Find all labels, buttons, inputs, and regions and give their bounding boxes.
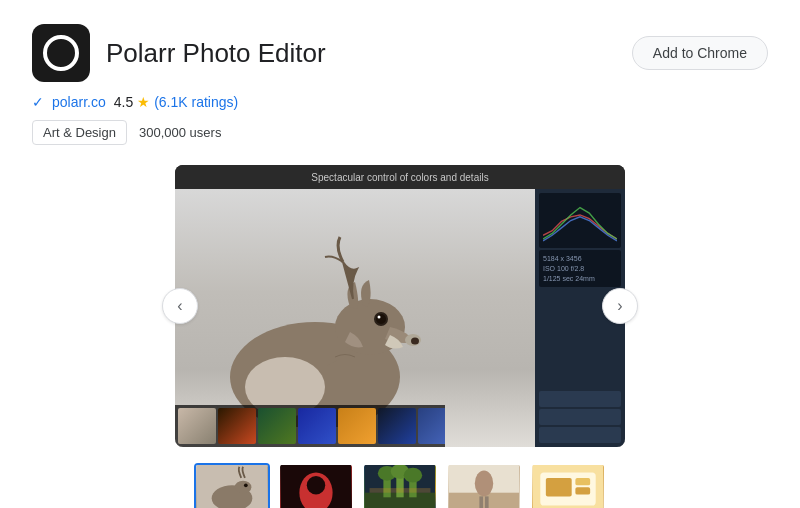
thumbnail-2[interactable] xyxy=(278,463,354,508)
svg-rect-28 xyxy=(485,496,489,508)
svg-point-3 xyxy=(411,338,419,345)
svg-point-5 xyxy=(376,314,386,324)
panel-info: 5184 x 3456 ISO 100 f/2.8 1/125 sec 24mm xyxy=(539,250,621,287)
deer-image xyxy=(195,227,475,427)
svg-point-26 xyxy=(475,471,493,497)
filmstrip-item[interactable] xyxy=(378,408,416,444)
tags-row: Art & Design 300,000 users xyxy=(32,120,768,145)
filmstrip-item[interactable] xyxy=(338,408,376,444)
thumbnail-1[interactable] xyxy=(194,463,270,508)
thumbnail-4[interactable] xyxy=(446,463,522,508)
svg-rect-31 xyxy=(546,478,572,496)
app-icon xyxy=(32,24,90,82)
star-icon: ★ xyxy=(137,94,150,110)
meta-row: ✓ polarr.co 4.5 ★ (6.1K ratings) xyxy=(32,94,768,110)
main-screenshot: Spectacular control of colors and detail… xyxy=(175,165,625,447)
app-icon-ring xyxy=(43,35,79,71)
thumbnail-image-5 xyxy=(532,465,604,508)
page-header: Polarr Photo Editor Add to Chrome xyxy=(32,24,768,82)
category-badge[interactable]: Art & Design xyxy=(32,120,127,145)
thumbnail-image-1 xyxy=(196,465,268,508)
screenshot-title-bar: Spectacular control of colors and detail… xyxy=(175,165,625,189)
website-link[interactable]: polarr.co xyxy=(52,94,106,110)
carousel-prev-button[interactable]: ‹ xyxy=(162,288,198,324)
panel-control-btn[interactable] xyxy=(539,391,621,407)
rating-row: 4.5 ★ (6.1K ratings) xyxy=(114,94,239,110)
carousel-section: ‹ Spectacular control of colors and deta… xyxy=(32,165,768,447)
filmstrip-item[interactable] xyxy=(298,408,336,444)
filmstrip-item[interactable] xyxy=(218,408,256,444)
panel-info-line3: 1/125 sec 24mm xyxy=(543,274,617,284)
add-to-chrome-button[interactable]: Add to Chrome xyxy=(632,36,768,70)
filmstrip-item[interactable] xyxy=(178,408,216,444)
filmstrip xyxy=(175,405,445,447)
photo-area xyxy=(175,189,535,447)
svg-rect-32 xyxy=(575,478,590,485)
svg-point-10 xyxy=(235,481,252,494)
thumbnail-image-2 xyxy=(280,465,352,508)
svg-point-14 xyxy=(307,476,325,494)
app-title: Polarr Photo Editor xyxy=(106,38,326,69)
panel-control-btn[interactable] xyxy=(539,427,621,443)
histogram xyxy=(539,193,621,248)
ratings-link[interactable]: (6.1K ratings) xyxy=(154,94,238,110)
users-count: 300,000 users xyxy=(139,125,221,140)
panel-control-btn[interactable] xyxy=(539,409,621,425)
rating-value: 4.5 xyxy=(114,94,133,110)
svg-point-6 xyxy=(378,316,381,319)
filmstrip-item[interactable] xyxy=(258,408,296,444)
thumbnails-row xyxy=(32,463,768,508)
thumbnail-5[interactable] xyxy=(530,463,606,508)
screenshot-body: 5184 x 3456 ISO 100 f/2.8 1/125 sec 24mm xyxy=(175,189,625,447)
verified-icon: ✓ xyxy=(32,94,44,110)
carousel-next-button[interactable]: › xyxy=(602,288,638,324)
screenshot-title: Spectacular control of colors and detail… xyxy=(311,172,488,183)
svg-point-11 xyxy=(244,483,248,487)
panel-info-line1: 5184 x 3456 xyxy=(543,254,617,264)
svg-rect-27 xyxy=(479,496,483,508)
panel-info-line2: ISO 100 f/2.8 xyxy=(543,264,617,274)
thumbnail-image-4 xyxy=(448,465,520,508)
thumbnail-image-3 xyxy=(364,465,436,508)
svg-rect-33 xyxy=(575,487,590,494)
panel-controls xyxy=(539,391,621,443)
app-info: Polarr Photo Editor xyxy=(32,24,326,82)
svg-rect-23 xyxy=(370,488,431,493)
thumbnail-3[interactable] xyxy=(362,463,438,508)
filmstrip-item[interactable] xyxy=(418,408,445,444)
svg-point-22 xyxy=(404,468,422,483)
